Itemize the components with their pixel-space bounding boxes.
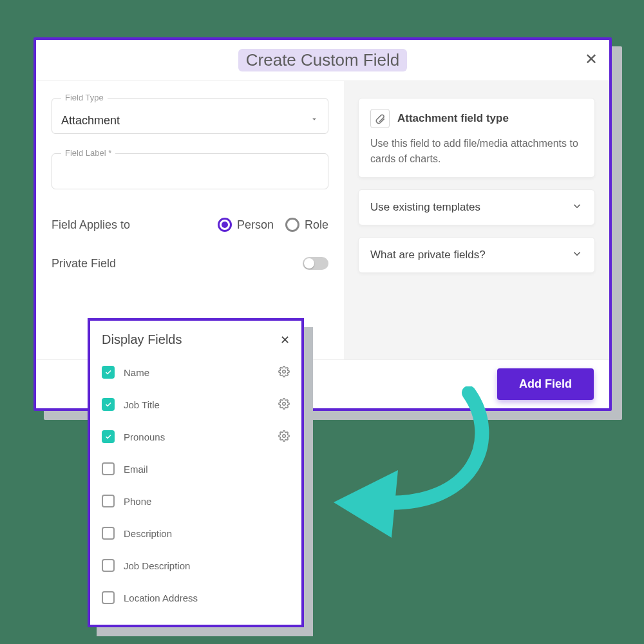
private-field-row: Private Field [52,247,328,279]
radio-icon [285,218,299,232]
item-label: Name [124,367,149,378]
applies-to-row: Field Applies to Person Role [52,209,328,241]
radio-icon [218,218,232,232]
panel-list: NameJob TitlePronounsEmailPhoneDescripti… [102,356,290,614]
checkbox[interactable] [102,559,115,572]
expander-templates[interactable]: Use existing templates [358,189,595,225]
modal-header: Create Custom Field ✕ [36,40,609,81]
private-field-toggle[interactable] [303,257,328,270]
item-label: Job Title [124,399,160,410]
item-label: Location Address [124,592,198,603]
applies-to-radios: Person Role [218,218,328,232]
panel-title: Display Fields [102,332,182,347]
item-label: Email [124,464,148,475]
info-description: Use this field to add file/media attachm… [370,136,583,167]
svg-point-2 [283,434,286,437]
applies-to-label: Field Applies to [52,218,130,232]
display-fields-panel: Display Fields ✕ NameJob TitlePronounsEm… [88,318,304,627]
panel-header: Display Fields ✕ [102,332,290,347]
item-label: Description [124,528,172,539]
radio-role[interactable]: Role [285,218,328,232]
item-label: Pronouns [124,431,165,442]
item-label: Phone [124,496,151,507]
list-item[interactable]: Job Description [102,549,290,582]
gear-icon[interactable] [278,398,290,412]
add-field-button[interactable]: Add Field [497,368,594,400]
radio-person-label: Person [237,218,274,232]
attachment-icon [370,109,390,128]
list-item[interactable]: Name [102,356,290,388]
gear-icon[interactable] [278,430,290,444]
svg-point-0 [283,370,286,373]
chevron-down-icon [571,248,583,262]
checkbox[interactable] [102,462,115,475]
field-label-floating-label: Field Label * [61,148,115,158]
info-heading: Attachment field type [397,112,509,125]
radio-person[interactable]: Person [218,218,274,232]
list-item[interactable]: Email [102,453,290,485]
gear-icon[interactable] [278,366,290,379]
close-icon[interactable]: ✕ [585,52,598,67]
list-item[interactable]: Location Address [102,582,290,614]
checkbox[interactable] [102,398,115,411]
list-item[interactable]: Pronouns [102,421,290,453]
checkbox[interactable] [102,430,115,443]
close-icon[interactable]: ✕ [280,333,290,347]
list-item[interactable]: Job Title [102,388,290,421]
expander-private-fields[interactable]: What are private fields? [358,237,595,273]
field-label-input[interactable]: Field Label * [52,153,328,189]
field-type-select[interactable]: Field Type Attachment [52,98,328,134]
checkbox[interactable] [102,495,115,507]
expander-label: Use existing templates [370,201,480,214]
list-item[interactable]: Description [102,517,290,549]
list-item[interactable]: Phone [102,485,290,517]
field-type-info-card: Attachment field type Use this field to … [358,98,595,178]
checkbox[interactable] [102,527,115,540]
field-label-text[interactable] [61,169,319,183]
field-type-value: Attachment [61,114,310,128]
checkbox[interactable] [102,366,115,379]
private-field-label: Private Field [52,257,116,270]
chevron-down-icon [571,200,583,214]
field-type-label: Field Type [61,93,108,102]
info-column: Attachment field type Use this field to … [344,81,609,359]
checkbox[interactable] [102,591,115,604]
expander-label: What are private fields? [370,249,486,261]
chevron-down-icon [310,115,319,126]
modal-title: Create Custom Field [238,49,407,71]
radio-role-label: Role [305,218,328,232]
svg-point-1 [283,402,286,405]
item-label: Job Description [124,560,190,571]
